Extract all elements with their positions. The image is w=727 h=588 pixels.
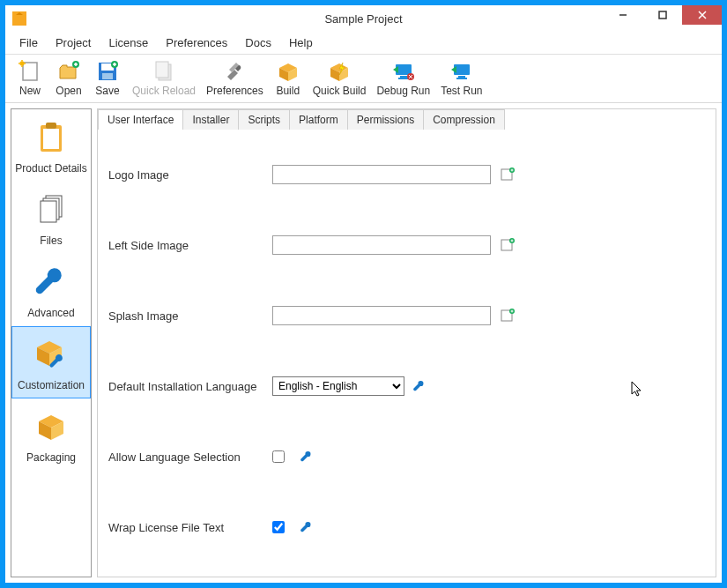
wrench-icon — [32, 263, 70, 301]
menu-help[interactable]: Help — [280, 33, 322, 52]
tab-platform[interactable]: Platform — [289, 109, 348, 130]
tab-content: Logo Image Left Side Image Splash Image … — [98, 130, 716, 577]
build-button[interactable]: Build — [269, 56, 308, 99]
debug-run-icon — [390, 58, 417, 85]
svg-rect-10 — [156, 62, 168, 78]
open-icon — [56, 58, 82, 85]
content-area: Product Details Files Advanced Customiza… — [5, 103, 722, 583]
tab-scripts[interactable]: Scripts — [238, 109, 290, 130]
browse-icon[interactable] — [500, 237, 516, 253]
maximize-button[interactable] — [642, 5, 682, 25]
svg-rect-0 — [14, 15, 25, 24]
debug-run-button[interactable]: Debug Run — [371, 56, 435, 99]
app-window: Sample Project File Project License Pref… — [5, 5, 722, 583]
browse-icon[interactable] — [500, 308, 516, 324]
logo-image-label: Logo Image — [108, 168, 272, 182]
preferences-button[interactable]: Preferences — [201, 56, 269, 99]
titlebar: Sample Project — [5, 5, 722, 32]
splash-image-label: Splash Image — [108, 309, 272, 323]
sidebar-item-label: Product Details — [15, 162, 86, 175]
tab-permissions[interactable]: Permissions — [347, 109, 424, 130]
quick-reload-label: Quick Reload — [132, 85, 196, 97]
allow-language-selection-checkbox[interactable] — [272, 450, 285, 463]
splash-image-input[interactable] — [272, 306, 491, 325]
sidebar-item-label: Packaging — [26, 451, 76, 464]
menu-preferences[interactable]: Preferences — [157, 33, 236, 52]
debug-run-label: Debug Run — [376, 85, 430, 97]
sidebar-item-advanced[interactable]: Advanced — [11, 254, 91, 326]
menubar: File Project License Preferences Docs He… — [5, 32, 722, 55]
clipboard-icon — [32, 118, 70, 157]
svg-rect-16 — [458, 76, 465, 78]
quick-build-button[interactable]: Quick Build — [308, 56, 372, 99]
allow-language-selection-label: Allow Language Selection — [108, 450, 272, 464]
package-icon — [32, 407, 70, 446]
default-language-select[interactable]: English - English — [272, 376, 404, 396]
sidebar-item-product-details[interactable]: Product Details — [11, 109, 91, 182]
customization-icon — [32, 335, 70, 374]
menu-docs[interactable]: Docs — [236, 33, 280, 52]
quick-build-icon — [326, 58, 352, 85]
svg-rect-17 — [456, 78, 467, 79]
preferences-label: Preferences — [206, 85, 263, 97]
build-icon — [275, 58, 301, 85]
logo-image-input[interactable] — [272, 165, 491, 184]
menu-project[interactable]: Project — [47, 33, 100, 52]
svg-rect-3 — [23, 63, 37, 80]
tab-compression[interactable]: Compression — [423, 109, 505, 130]
new-icon — [17, 58, 43, 85]
wrench-icon[interactable] — [413, 380, 426, 392]
preferences-icon — [221, 58, 248, 85]
build-label: Build — [276, 85, 300, 97]
wrench-icon[interactable] — [300, 521, 313, 533]
tab-bar: User Interface Installer Scripts Platfor… — [98, 109, 716, 130]
minimize-button[interactable] — [603, 5, 642, 25]
svg-rect-12 — [400, 76, 407, 78]
svg-rect-13 — [398, 78, 409, 79]
test-run-icon — [449, 58, 475, 85]
left-side-image-input[interactable] — [272, 235, 491, 255]
tab-installer[interactable]: Installer — [182, 109, 239, 130]
wrap-license-label: Wrap License File Text — [108, 521, 272, 534]
svg-rect-7 — [102, 73, 113, 79]
toolbar: New Open Save Quick Reload Preferences B… — [5, 55, 722, 103]
quick-reload-button[interactable]: Quick Reload — [127, 56, 201, 99]
reload-icon — [151, 58, 177, 85]
new-button[interactable]: New — [11, 56, 49, 99]
svg-rect-2 — [659, 11, 666, 19]
browse-icon[interactable] — [500, 167, 516, 182]
sidebar-item-label: Advanced — [27, 307, 74, 319]
test-run-button[interactable]: Test Run — [435, 56, 487, 99]
window-title: Sample Project — [324, 12, 402, 26]
sidebar-item-files[interactable]: Files — [11, 182, 91, 254]
tab-user-interface[interactable]: User Interface — [98, 109, 183, 130]
quick-build-label: Quick Build — [313, 85, 367, 97]
new-label: New — [19, 85, 41, 97]
svg-rect-23 — [41, 201, 56, 222]
sidebar: Product Details Files Advanced Customiza… — [11, 108, 92, 577]
main-panel: User Interface Installer Scripts Platfor… — [97, 108, 716, 577]
svg-rect-19 — [43, 129, 59, 149]
save-label: Save — [95, 85, 119, 97]
close-button[interactable] — [682, 5, 722, 25]
menu-file[interactable]: File — [11, 33, 47, 52]
default-language-label: Default Installation Language — [108, 380, 272, 393]
files-icon — [32, 190, 70, 229]
left-side-image-label: Left Side Image — [108, 239, 272, 252]
menu-license[interactable]: License — [100, 33, 157, 52]
wrench-icon[interactable] — [300, 450, 313, 463]
sidebar-item-packaging[interactable]: Packaging — [11, 398, 91, 471]
open-button[interactable]: Open — [49, 56, 88, 99]
app-icon — [12, 11, 26, 26]
sidebar-item-label: Files — [40, 234, 62, 247]
sidebar-item-customization[interactable]: Customization — [11, 326, 91, 398]
svg-rect-20 — [46, 123, 56, 129]
test-run-label: Test Run — [441, 85, 482, 97]
save-icon — [94, 58, 121, 85]
save-button[interactable]: Save — [88, 56, 127, 99]
sidebar-item-label: Customization — [18, 379, 85, 391]
wrap-license-checkbox[interactable] — [272, 521, 285, 533]
open-label: Open — [56, 85, 81, 97]
